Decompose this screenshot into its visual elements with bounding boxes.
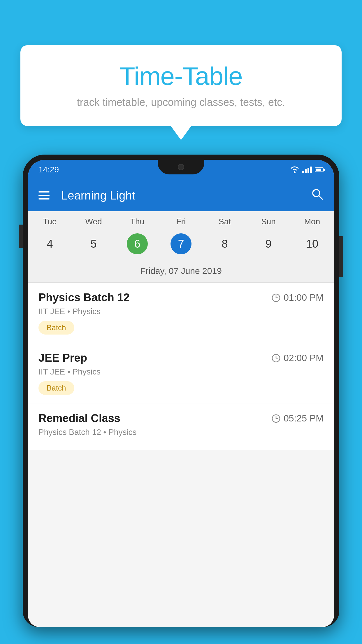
- date-number-7-selected[interactable]: 7: [171, 233, 191, 254]
- date-number-4[interactable]: 4: [39, 233, 60, 254]
- schedule-list: Physics Batch 12 01:00 PM IIT JEE • Ph: [28, 283, 334, 450]
- phone-mockup: 14:29: [23, 155, 339, 644]
- svg-line-2: [319, 196, 322, 199]
- battery-icon: [315, 167, 324, 172]
- date-cell-6[interactable]: 6: [115, 231, 159, 257]
- class-time-3: 05:25 PM: [271, 413, 324, 424]
- date-cell-8[interactable]: 8: [203, 231, 247, 257]
- schedule-item-3-header: Remedial Class 05:25 PM: [38, 412, 324, 425]
- schedule-item-2-header: JEE Prep 02:00 PM: [38, 352, 324, 364]
- batch-tag-2: Batch: [38, 381, 74, 395]
- date-cell-9[interactable]: 9: [247, 231, 290, 257]
- day-label-tue: Tue: [28, 217, 72, 226]
- date-cell-10[interactable]: 10: [290, 231, 334, 257]
- app-bar: Learning Light: [28, 180, 334, 211]
- clock-icon-2: [271, 354, 281, 363]
- clock-icon-1: [271, 293, 281, 302]
- day-label-wed: Wed: [72, 217, 115, 226]
- status-bar: 14:29: [28, 160, 334, 180]
- class-name-1: Physics Batch 12: [38, 291, 130, 304]
- day-label-fri: Fri: [159, 217, 203, 226]
- date-number-6-today[interactable]: 6: [127, 233, 148, 254]
- class-subtitle-2: IIT JEE • Physics: [38, 367, 324, 377]
- schedule-item-1-header: Physics Batch 12 01:00 PM: [38, 291, 324, 304]
- signal-icon: [302, 167, 312, 173]
- menu-button[interactable]: [38, 191, 50, 200]
- speech-bubble-wrapper: Time-Table track timetable, upcoming cla…: [20, 45, 342, 126]
- batch-tag-1: Batch: [38, 321, 74, 335]
- camera-dot: [178, 164, 184, 170]
- app-title: Learning Light: [61, 189, 302, 202]
- date-number-9[interactable]: 9: [258, 233, 279, 254]
- date-cell-7[interactable]: 7: [159, 231, 203, 257]
- class-name-2: JEE Prep: [38, 352, 87, 364]
- day-label-sat: Sat: [203, 217, 247, 226]
- page-subtitle: track timetable, upcoming classes, tests…: [38, 96, 324, 108]
- selected-date-label: Friday, 07 June 2019: [28, 262, 334, 283]
- date-number-10[interactable]: 10: [302, 233, 323, 254]
- day-label-sun: Sun: [247, 217, 290, 226]
- svg-point-0: [294, 172, 296, 173]
- class-time-1: 01:00 PM: [271, 292, 324, 303]
- clock-icon-3: [271, 414, 281, 423]
- days-header: Tue Wed Thu Fri Sat Sun Mon: [28, 211, 334, 229]
- schedule-item-3[interactable]: Remedial Class 05:25 PM Physics Batch: [28, 403, 334, 450]
- status-icons: [290, 166, 324, 174]
- class-name-3: Remedial Class: [38, 412, 120, 425]
- schedule-item-2[interactable]: JEE Prep 02:00 PM IIT JEE • Physics: [28, 343, 334, 403]
- phone-frame: 14:29: [23, 155, 339, 627]
- calendar-section: Tue Wed Thu Fri Sat Sun Mon 4: [28, 211, 334, 283]
- schedule-item-1[interactable]: Physics Batch 12 01:00 PM IIT JEE • Ph: [28, 283, 334, 343]
- dates-row: 4 5 6 7 8: [28, 229, 334, 262]
- class-time-2: 02:00 PM: [271, 353, 324, 363]
- search-button[interactable]: [311, 188, 324, 203]
- phone-screen: 14:29: [28, 160, 334, 627]
- day-label-thu: Thu: [115, 217, 159, 226]
- status-time: 14:29: [38, 165, 59, 174]
- wifi-icon: [290, 166, 299, 174]
- date-cell-4[interactable]: 4: [28, 231, 72, 257]
- notch: [158, 160, 204, 174]
- date-cell-5[interactable]: 5: [72, 231, 115, 257]
- date-number-8[interactable]: 8: [214, 233, 235, 254]
- date-number-5[interactable]: 5: [83, 233, 104, 254]
- class-subtitle-1: IIT JEE • Physics: [38, 307, 324, 316]
- speech-bubble: Time-Table track timetable, upcoming cla…: [20, 45, 342, 126]
- day-label-mon: Mon: [290, 217, 334, 226]
- page-title: Time-Table: [38, 61, 324, 91]
- class-subtitle-3: Physics Batch 12 • Physics: [38, 428, 324, 437]
